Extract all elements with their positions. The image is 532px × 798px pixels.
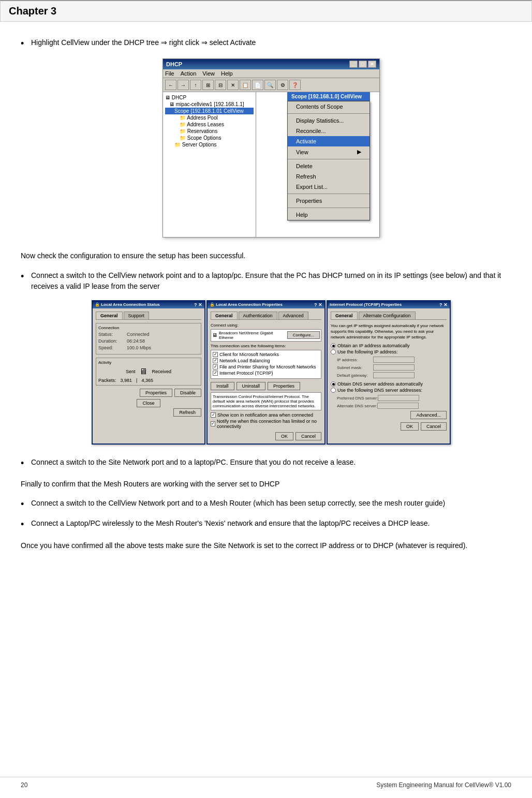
- ok-cancel-row2: OK Cancel: [211, 432, 321, 440]
- menu-file[interactable]: File: [165, 70, 174, 77]
- ctx-refresh[interactable]: Refresh: [288, 171, 370, 182]
- tree-address-pool[interactable]: 📁 Address Pool: [165, 114, 254, 121]
- advanced-button[interactable]: Advanced...: [410, 411, 447, 419]
- ctx-contents-of-scope[interactable]: Contents of Scope: [288, 101, 370, 112]
- tab-general-tcp[interactable]: General: [331, 312, 358, 319]
- refresh-button-lan[interactable]: Refresh: [173, 408, 201, 417]
- radio-manual-dns-btn[interactable]: [331, 388, 336, 393]
- tree-address-leases[interactable]: 📁 Address Leases: [165, 121, 254, 128]
- tab-general-lan[interactable]: General: [96, 312, 123, 319]
- ok-button2[interactable]: OK: [275, 432, 293, 440]
- radio-manual-ip-btn[interactable]: [331, 349, 336, 354]
- preferred-dns-input[interactable]: [378, 395, 419, 401]
- tcp-ip-title-label: Internet Protocol (TCP/IP) Properties: [330, 302, 402, 307]
- chapter-title: Chapter 3: [9, 5, 56, 17]
- tab-alternate-tcp[interactable]: Alternate Configuration: [359, 312, 416, 319]
- properties-button-lan[interactable]: Properties: [140, 389, 172, 397]
- lan-prop-close-icon[interactable]: ? ✕: [314, 302, 322, 307]
- configure-button[interactable]: Configure...: [287, 331, 320, 339]
- checkbox-item-2: ✓ Network Load Balancing: [213, 358, 319, 363]
- ctx-properties[interactable]: Properties: [288, 196, 370, 206]
- tab-general-prop[interactable]: General: [211, 312, 238, 319]
- folder-icon-scope: 📁: [180, 135, 187, 141]
- status-value: Connected: [127, 332, 150, 337]
- bullet-item-2: • Connect a switch to the CellView netwo…: [21, 270, 511, 292]
- ip-input[interactable]: [373, 357, 415, 363]
- lan-status-close-icon[interactable]: ? ✕: [194, 302, 202, 307]
- paragraph-1: Now check the configuration to ensure th…: [21, 250, 511, 261]
- toolbar-delete[interactable]: ✕: [227, 80, 239, 90]
- ctx-delete[interactable]: Delete: [288, 161, 370, 171]
- cb3[interactable]: ✓: [213, 364, 218, 370]
- tree-scope-options[interactable]: 📁 Scope Options: [165, 135, 254, 141]
- toolbar-up[interactable]: ↑: [190, 80, 201, 90]
- radio-auto-ip-label: Obtain an IP address automatically: [337, 343, 409, 348]
- bullet1-arrow1: ⇒: [161, 38, 167, 47]
- toolbar-forward[interactable]: →: [178, 80, 189, 90]
- radio-manual-dns: Use the following DNS server addresses:: [331, 388, 447, 393]
- minimize-button[interactable]: _: [349, 61, 358, 68]
- radio-auto-ip-btn[interactable]: [331, 343, 336, 348]
- ok-button3[interactable]: OK: [401, 422, 419, 431]
- network-screenshots-container: 🔒 Local Area Connection Status ? ✕ Gener…: [31, 300, 511, 445]
- toolbar-btn3[interactable]: 📋: [240, 80, 251, 90]
- toolbar-btn7[interactable]: ❓: [289, 80, 301, 90]
- cancel-button3[interactable]: Cancel: [421, 422, 447, 431]
- show-icon-cb[interactable]: ✓: [211, 412, 216, 418]
- radio-auto-dns-btn[interactable]: [331, 381, 336, 387]
- close-button-lan[interactable]: Close: [137, 399, 160, 407]
- tree-scope[interactable]: Scope [192.168.1.01 CellView: [165, 108, 254, 114]
- tab-support-lan[interactable]: Support: [124, 312, 150, 319]
- cancel-button2[interactable]: Cancel: [295, 432, 321, 440]
- ctx-reconcile[interactable]: Reconcile...: [288, 126, 370, 136]
- maximize-button[interactable]: □: [359, 61, 367, 68]
- network-icon: 🖥: [139, 367, 147, 376]
- menu-action[interactable]: Action: [181, 70, 197, 77]
- tree-scopeopts-label: Scope Options: [187, 135, 221, 141]
- subnet-input[interactable]: [373, 364, 415, 371]
- chapter-header: Chapter 3: [0, 0, 532, 22]
- tree-server[interactable]: 🖥 mipac-cellview1 [192.168.1.1]: [165, 101, 254, 108]
- cb2-label: Network Load Balancing: [219, 358, 270, 363]
- cb2[interactable]: ✓: [213, 358, 218, 363]
- notify-cb[interactable]: ✓: [211, 421, 215, 426]
- toolbar-btn2[interactable]: ⊟: [215, 80, 226, 90]
- bullet2-text: Connect a switch to the CellView network…: [31, 270, 511, 292]
- toolbar-back[interactable]: ←: [165, 80, 176, 90]
- close-button[interactable]: ✕: [368, 61, 376, 68]
- install-button[interactable]: Install: [211, 382, 234, 390]
- ctx-display-statistics[interactable]: Display Statistics...: [288, 115, 370, 126]
- properties-button2[interactable]: Properties: [268, 382, 300, 390]
- menu-view[interactable]: View: [202, 70, 215, 77]
- toolbar-btn1[interactable]: ⊞: [202, 80, 214, 90]
- tree-reservations[interactable]: 📁 Reservations: [165, 128, 254, 135]
- ctx-activate[interactable]: Activate: [288, 136, 370, 146]
- lan-status-buttons: Properties Disable: [96, 389, 201, 397]
- toolbar-btn5[interactable]: 🔍: [264, 80, 276, 90]
- tab-auth-prop[interactable]: Authentication: [239, 312, 277, 319]
- uninstall-button[interactable]: Uninstall: [237, 382, 266, 390]
- connection-section-label: Connection: [98, 326, 199, 330]
- tree-dhcp-root[interactable]: 🖥 DHCP: [165, 94, 254, 101]
- gateway-input[interactable]: [373, 372, 415, 378]
- tab-advanced-prop[interactable]: Advanced: [278, 312, 308, 319]
- cb4[interactable]: ✓: [213, 371, 218, 376]
- activity-section: Activity Sent 🖥 Received Packets: 3,981 …: [96, 358, 201, 386]
- ctx-help[interactable]: Help: [288, 210, 370, 220]
- cb1[interactable]: ✓: [213, 352, 218, 357]
- alternate-dns-input[interactable]: [377, 403, 419, 409]
- ctx-view[interactable]: View ▶: [288, 146, 370, 157]
- toolbar-btn6[interactable]: ⚙: [277, 80, 288, 90]
- tree-server-options[interactable]: 📁 Server Options: [165, 141, 254, 148]
- menu-help[interactable]: Help: [221, 70, 233, 77]
- bullet-dot-1: •: [21, 37, 31, 50]
- disable-button[interactable]: Disable: [174, 389, 201, 397]
- tcp-ip-close-icon[interactable]: ? ✕: [439, 302, 448, 307]
- tree-lease-label: Address Leases: [187, 122, 224, 127]
- dhcp-tree: 🖥 DHCP 🖥 mipac-cellview1 [192.168.1.1] S…: [163, 92, 256, 237]
- lan-status-title-text: Local Area Connection Status: [101, 302, 160, 307]
- ctx-export-list[interactable]: Export List...: [288, 182, 370, 192]
- bullet-dot-2: •: [21, 270, 31, 283]
- install-uninstall-row: Install Uninstall Properties: [211, 382, 321, 390]
- toolbar-btn4[interactable]: 📄: [252, 80, 263, 90]
